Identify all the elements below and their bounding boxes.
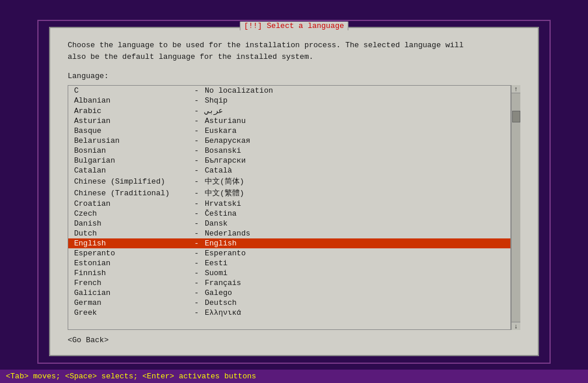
list-item[interactable]: Galician-Galego [68,288,510,298]
list-item[interactable]: Belarusian-Беларуская [68,136,510,146]
list-item[interactable]: Greek-Ελληνικά [68,308,510,318]
list-item[interactable]: Estonian-Eesti [68,258,510,268]
go-back-area: <Go Back> [68,330,520,349]
list-item[interactable]: C-No localization [68,86,510,96]
list-inner: C-No localizationAlbanian-ShqipArabic-عر… [68,86,510,329]
list-item[interactable]: Dutch-Nederlands [68,229,510,238]
list-item[interactable]: Croatian-Hrvatski [68,199,510,209]
list-item[interactable]: Bulgarian-Български [68,156,510,166]
scrollbar-thumb[interactable] [512,111,520,122]
list-item[interactable]: Esperanto-Esperanto [68,248,510,258]
list-item[interactable]: Danish-Dansk [68,219,510,229]
dialog-title: [!!] Select a language [240,22,348,30]
language-label: Language: [68,72,520,80]
scrollbar: ↑ ↓ [511,85,520,330]
description-line1: Choose the language to be used for the i… [68,40,520,51]
scrollbar-track [512,93,520,322]
dialog-content: Choose the language to be used for the i… [50,28,538,355]
list-item[interactable]: Albanian-Shqip [68,96,510,106]
list-item[interactable]: Chinese (Simplified)-中文(简体) [68,175,510,187]
dialog-window: [!!] Select a language Choose the langua… [49,27,539,356]
list-item[interactable]: Finnish-Suomi [68,268,510,278]
scrollbar-up-button[interactable]: ↑ [512,85,520,93]
list-item[interactable]: Asturian-Asturianu [68,116,510,126]
description-line2: also be the default language for the ins… [68,51,520,63]
list-item[interactable]: Catalan-Català [68,166,510,175]
list-item[interactable]: Chinese (Traditional)-中文(繁體) [68,187,510,199]
list-item[interactable]: Bosnian-Bosanski [68,146,510,156]
bottom-bar: <Tab> moves; <Space> selects; <Enter> ac… [0,370,588,383]
description: Choose the language to be used for the i… [68,40,520,62]
language-list: C-No localizationAlbanian-ShqipArabic-عر… [68,85,511,330]
list-item[interactable]: German-Deutsch [68,298,510,308]
list-item[interactable]: Czech-Čeština [68,209,510,219]
list-item[interactable]: French-Français [68,278,510,288]
list-item[interactable]: Arabic-عربي [68,106,510,116]
list-container: C-No localizationAlbanian-ShqipArabic-عر… [68,85,520,330]
list-item[interactable]: Basque-Euskara [68,126,510,136]
go-back-button[interactable]: <Go Back> [68,336,108,345]
list-item[interactable]: English-English [68,238,510,248]
scrollbar-down-button[interactable]: ↓ [512,322,520,330]
bottom-bar-text: <Tab> moves; <Space> selects; <Enter> ac… [6,372,256,381]
outer-border: [!!] Select a language Choose the langua… [37,20,551,364]
